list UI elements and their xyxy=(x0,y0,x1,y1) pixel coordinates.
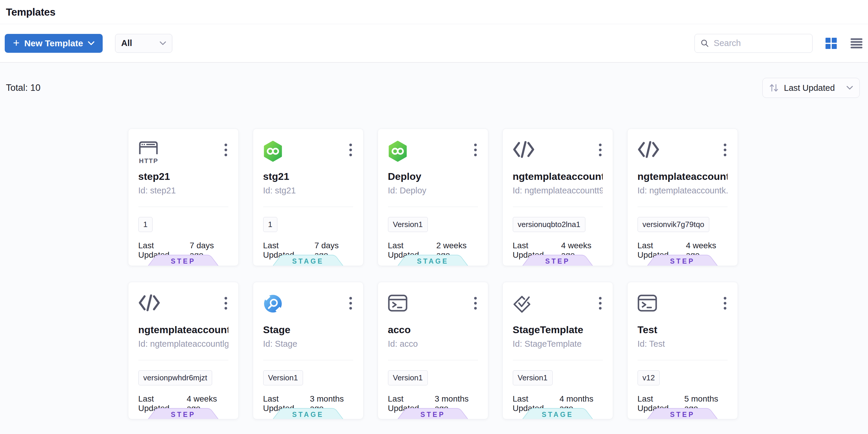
plus-icon: + xyxy=(13,37,20,48)
template-name: ngtemplateaccountk... xyxy=(638,171,727,182)
template-name: Test xyxy=(638,324,727,336)
chevron-down-icon xyxy=(846,86,853,90)
entity-type-badge: STEP xyxy=(148,408,219,419)
search-icon xyxy=(701,39,709,48)
grid-view-toggle[interactable] xyxy=(824,37,838,50)
template-id: Id: Stage xyxy=(263,339,353,349)
toolbar-right-group xyxy=(694,34,863,53)
template-name: StageTemplate xyxy=(513,324,603,336)
search-input[interactable] xyxy=(714,38,806,48)
card-menu-button[interactable] xyxy=(344,295,357,312)
sort-select[interactable]: Last Updated xyxy=(763,78,860,98)
entity-type-badge: STEP xyxy=(522,255,593,266)
card-menu-button[interactable] xyxy=(719,295,732,312)
template-id: Id: StageTemplate xyxy=(513,339,603,349)
card-menu-button[interactable] xyxy=(219,295,232,312)
template-card[interactable]: ngtemplateaccountt... Id: ngtemplateacco… xyxy=(502,129,613,266)
template-card[interactable]: ngtemplateaccountk... Id: ngtemplateacco… xyxy=(627,129,738,266)
list-view-toggle[interactable] xyxy=(850,37,863,50)
card-menu-button[interactable] xyxy=(219,141,232,158)
entity-type-badge-label: STEP xyxy=(397,411,468,419)
entity-type-badge-label: STEP xyxy=(148,257,219,266)
template-card[interactable]: StageTemplate Id: StageTemplate Version1… xyxy=(502,282,613,419)
template-card[interactable]: acco Id: acco Version1 Last Updated 3 mo… xyxy=(378,282,488,419)
version-chip: Version1 xyxy=(513,370,553,386)
cicd-hexagon-icon xyxy=(388,158,407,163)
entity-type-badge-label: STAGE xyxy=(273,257,343,266)
template-icon-row xyxy=(388,141,478,167)
template-icon-row xyxy=(638,141,727,167)
template-name: Stage xyxy=(263,324,353,336)
template-name: acco xyxy=(388,324,478,336)
template-type-filter-select[interactable]: All xyxy=(115,34,172,53)
sort-select-value: Last Updated xyxy=(784,83,835,93)
custom-stage-icon xyxy=(263,309,283,314)
template-id: Id: ngtemplateaccountlg... xyxy=(138,339,228,349)
template-id: Id: ngtemplateaccountt9... xyxy=(513,186,603,196)
chevron-down-icon xyxy=(160,41,166,45)
card-menu-button[interactable] xyxy=(469,141,482,158)
template-id: Id: step21 xyxy=(138,186,228,196)
entity-type-badge: STAGE xyxy=(522,408,593,419)
template-icon-row xyxy=(638,294,727,320)
template-card[interactable]: Stage Id: Stage Version1 Last Updated 3 … xyxy=(253,282,364,419)
approval-diamond-icon xyxy=(513,309,532,314)
entity-type-badge-label: STAGE xyxy=(397,257,468,266)
template-icon-row xyxy=(513,141,603,167)
template-id: Id: acco xyxy=(388,339,478,349)
template-card[interactable]: HTTP step21 Id: step21 1 Last Updated 7 … xyxy=(128,129,239,266)
template-id: Id: stg21 xyxy=(263,186,353,196)
entity-type-badge-label: STEP xyxy=(647,411,718,419)
version-chip: versionpwhdr6mjzt xyxy=(138,370,212,386)
card-menu-button[interactable] xyxy=(594,141,607,158)
page-title: Templates xyxy=(6,6,56,18)
card-menu-button[interactable] xyxy=(594,295,607,312)
total-count-label: Total: 10 xyxy=(6,82,40,93)
templates-content: Total: 10 Last Updated HTTP step21 Id: s… xyxy=(0,63,868,434)
page-header: Templates xyxy=(0,0,868,24)
sort-arrows-icon xyxy=(769,83,779,93)
entity-type-badge-label: STAGE xyxy=(522,411,593,419)
grid-view-icon xyxy=(825,37,837,49)
entity-type-badge-label: STEP xyxy=(522,257,593,266)
entity-type-badge: STAGE xyxy=(273,255,343,266)
search-box xyxy=(694,34,812,53)
template-name: stg21 xyxy=(263,171,353,182)
template-name: Deploy xyxy=(388,171,478,182)
http-icon: HTTP xyxy=(138,161,158,166)
new-template-button-label: New Template xyxy=(24,38,83,48)
cicd-hexagon-icon xyxy=(263,158,283,163)
template-icon-row xyxy=(138,294,228,320)
entity-type-badge-label: STEP xyxy=(647,257,718,266)
code-icon xyxy=(513,154,535,159)
template-id: Id: Deploy xyxy=(388,186,478,196)
template-name: ngtemplateaccountt... xyxy=(513,171,603,182)
version-chip: Version1 xyxy=(388,370,428,386)
template-card[interactable]: ngtemplateaccountl... Id: ngtemplateacco… xyxy=(128,282,239,419)
terminal-icon xyxy=(638,308,657,313)
template-icon-row xyxy=(263,141,353,167)
chevron-down-icon xyxy=(88,41,94,45)
version-chip: versionuqbto2lna1 xyxy=(513,217,586,232)
version-chip: v12 xyxy=(638,370,660,386)
template-icon-row xyxy=(263,294,353,320)
version-chip: 1 xyxy=(138,217,153,232)
template-card[interactable]: stg21 Id: stg21 1 Last Updated 7 days ag… xyxy=(253,129,364,266)
new-template-button[interactable]: + New Template xyxy=(5,34,103,53)
card-menu-button[interactable] xyxy=(719,141,732,158)
code-icon xyxy=(638,154,659,159)
entity-type-badge: STEP xyxy=(148,255,219,266)
template-card[interactable]: Test Id: Test v12 Last Updated 5 months … xyxy=(627,282,738,419)
version-chip: Version1 xyxy=(388,217,428,232)
toolbar-left-group: + New Template All xyxy=(5,34,172,53)
template-icon-row: HTTP xyxy=(138,141,228,167)
code-icon xyxy=(138,307,160,312)
template-cards-grid: HTTP step21 Id: step21 1 Last Updated 7 … xyxy=(128,129,738,419)
entity-type-badge-label: STEP xyxy=(148,411,219,419)
entity-type-badge: STAGE xyxy=(397,255,468,266)
card-menu-button[interactable] xyxy=(469,295,482,312)
entity-type-badge: STEP xyxy=(397,408,468,419)
card-menu-button[interactable] xyxy=(344,141,357,158)
template-card[interactable]: Deploy Id: Deploy Version1 Last Updated … xyxy=(378,129,488,266)
entity-type-badge: STEP xyxy=(647,255,718,266)
